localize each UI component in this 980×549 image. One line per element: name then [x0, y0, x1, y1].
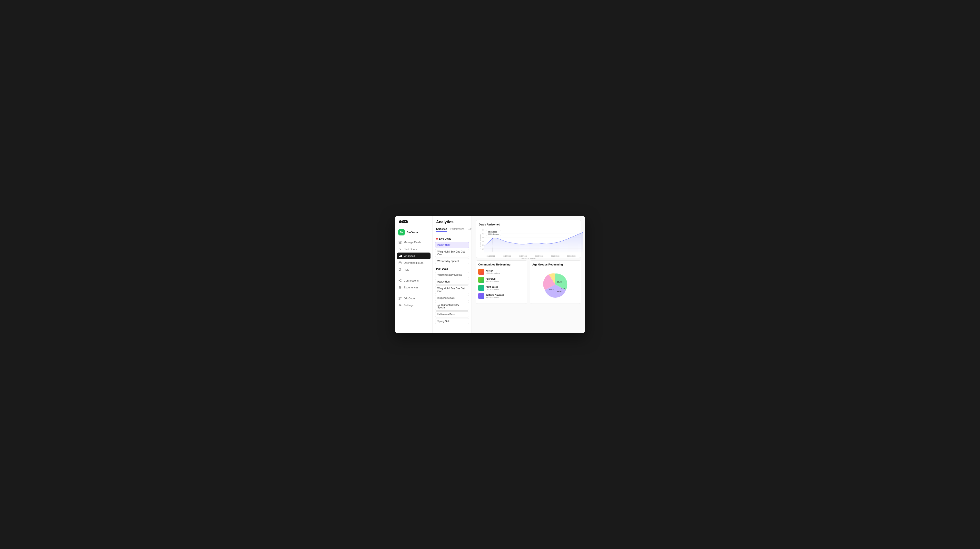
tab-statistics[interactable]: Statistics: [436, 228, 447, 232]
community-item-caffeine[interactable]: Caffeine Anyone? 5 Redemptions: [478, 292, 525, 300]
x-label-6: 05/21/2022: [567, 255, 576, 257]
svg-rect-5: [400, 241, 401, 242]
bar-chart-icon: [399, 254, 402, 258]
x-axis-title: Dates deal was live: [479, 257, 578, 259]
deal-item-halloween[interactable]: Halloween Bash: [435, 311, 469, 318]
svg-point-0: [399, 220, 402, 223]
community-item-korean[interactable]: Korean 10 Redemptions: [478, 268, 525, 276]
sidebar-profile[interactable]: Ba Bar'kada: [395, 227, 433, 239]
svg-text:30.0%: 30.0%: [557, 281, 562, 283]
x-label-3: 05/18/2022: [519, 255, 527, 257]
deals-redeemed-title: Deals Redeemed: [479, 223, 578, 226]
sidebar-item-past-deals[interactable]: Past Deals: [395, 246, 433, 252]
calendar-icon: [398, 261, 402, 265]
gear-icon: [398, 303, 402, 307]
sidebar-item-label: Manage Deals: [404, 241, 421, 244]
svg-point-2: [404, 221, 404, 222]
svg-rect-7: [400, 243, 401, 244]
svg-point-34: [492, 238, 493, 239]
community-redemptions-caffeine: 5 Redemptions: [485, 296, 525, 298]
svg-point-3: [405, 221, 406, 222]
chart-tooltip-value: 50 Redeemed: [488, 233, 499, 235]
sidebar-item-experiences[interactable]: Experiences: [395, 284, 433, 291]
y-label-90: 90: [479, 229, 484, 231]
svg-rect-6: [399, 243, 400, 244]
sidebar-logo: [395, 220, 433, 227]
grid-icon: [398, 241, 402, 244]
deal-item-wednesday-special[interactable]: Wednesday Special: [435, 258, 469, 264]
app-window: Ba Bar'kada Manage Deals: [395, 216, 585, 333]
deal-item-happy-hour-live[interactable]: Happy Hour: [435, 242, 469, 248]
svg-rect-4: [399, 241, 400, 242]
sidebar-item-qr-code[interactable]: QR Code: [395, 295, 433, 302]
nav-divider: [398, 275, 429, 275]
analytics-tabs: Statistics Performance Communities: [433, 228, 471, 234]
communities-redeeming-section: Communities Redeeming Korean 10 Redempti…: [476, 260, 527, 304]
tab-communities[interactable]: Communities: [468, 228, 472, 232]
age-groups-section: Age Groups Redeeming: [530, 260, 581, 304]
sidebar-item-label: Experiences: [404, 286, 418, 289]
community-info-korean: Korean 10 Redemptions: [485, 270, 525, 274]
community-name-pubgrub: Pub Grub: [485, 278, 525, 280]
sidebar-item-label: Settings: [404, 304, 414, 307]
circle-icon: [398, 286, 402, 289]
svg-rect-9: [399, 256, 400, 257]
community-redemptions-pubgrub: 8 Redemptions: [485, 280, 525, 282]
community-thumb-pubgrub: [478, 277, 484, 283]
sidebar-item-label: QR Code: [404, 297, 415, 300]
community-name-caffeine: Caffeine Anyone?: [485, 294, 525, 296]
profile-name: Bar'kada: [407, 231, 418, 234]
sidebar-item-help[interactable]: Help: [395, 266, 433, 273]
pie-chart-container: 30.0% 23.5% 28.2% 15.6%: [532, 268, 579, 301]
x-label-1: 05/16/2022: [487, 255, 495, 257]
communities-title: Communities Redeeming: [478, 263, 525, 266]
question-icon: [398, 268, 402, 271]
sidebar-item-label: Analytics: [404, 254, 415, 257]
svg-rect-24: [401, 298, 401, 298]
sidebar-item-settings[interactable]: Settings: [395, 302, 433, 309]
community-thumb-plantbased: [478, 285, 484, 291]
deal-item-happy-hour-past[interactable]: Happy Hour: [435, 279, 469, 285]
sidebar-item-label: Operating Hours: [404, 261, 423, 264]
svg-text:23.5%: 23.5%: [549, 289, 554, 290]
x-axis-labels: 05/16/2022 05/17/2022 05/18/2022 05/19/2…: [484, 254, 578, 257]
share-icon: [398, 279, 402, 282]
svg-point-17: [399, 280, 399, 281]
x-label-2: 05/17/2022: [503, 255, 511, 257]
sidebar-item-manage-deals[interactable]: Manage Deals: [395, 239, 433, 246]
clock-icon: [398, 247, 402, 251]
deal-item-valentines[interactable]: Valentines Day Special: [435, 272, 469, 278]
sidebar: Ba Bar'kada Manage Deals: [395, 216, 433, 333]
svg-point-15: [401, 279, 401, 280]
deal-item-anniversary[interactable]: 10 Year Anniversary Special: [435, 302, 469, 311]
svg-point-18: [399, 286, 401, 289]
sidebar-item-connections[interactable]: Connections: [395, 277, 433, 284]
past-deals-label: Past Deals: [433, 265, 471, 271]
deals-redeemed-chart: 05/16/2022 50 Redeemed 90 75 60 45 30 15…: [479, 228, 578, 255]
sidebar-item-label: Past Deals: [404, 248, 417, 251]
community-item-pubgrub[interactable]: Pub Grub 8 Redemptions: [478, 276, 525, 284]
avatar: Ba: [398, 229, 405, 235]
sidebar-item-operating-hours[interactable]: Operating Hours: [395, 259, 433, 266]
chart-tooltip-date: 05/16/2022: [488, 231, 499, 233]
svg-rect-10: [400, 255, 401, 257]
svg-text:28.2%: 28.2%: [557, 291, 562, 292]
age-groups-title: Age Groups Redeeming: [532, 263, 579, 266]
qr-icon: [398, 297, 402, 300]
svg-rect-12: [399, 262, 401, 264]
x-label-5: 05/20/2022: [551, 255, 560, 257]
pie-chart-svg: 30.0% 23.5% 28.2% 15.6%: [541, 270, 570, 299]
page-title: Analytics: [433, 220, 471, 228]
svg-rect-1: [402, 220, 407, 223]
deal-item-wing-night-live[interactable]: Wing Night! Buy One Get One: [435, 249, 469, 257]
community-item-plantbased[interactable]: Plant Based 7 Redemptions: [478, 284, 525, 292]
sidebar-item-analytics[interactable]: Analytics: [397, 252, 431, 259]
svg-rect-11: [401, 255, 402, 257]
analytics-panel: Deals Redeemed 05/16/2022 50 Redeemed 90…: [472, 216, 585, 333]
deal-item-burger-specials[interactable]: Burger Specials: [435, 295, 469, 301]
deal-item-spring-sale[interactable]: Spring Sale: [435, 318, 469, 324]
sidebar-nav: Manage Deals Past Deals: [395, 239, 433, 329]
sidebar-item-label: Connections: [404, 279, 418, 282]
deal-item-wing-night-past[interactable]: Wing Night! Buy One Get One: [435, 286, 469, 294]
tab-performance[interactable]: Performance: [450, 228, 464, 232]
